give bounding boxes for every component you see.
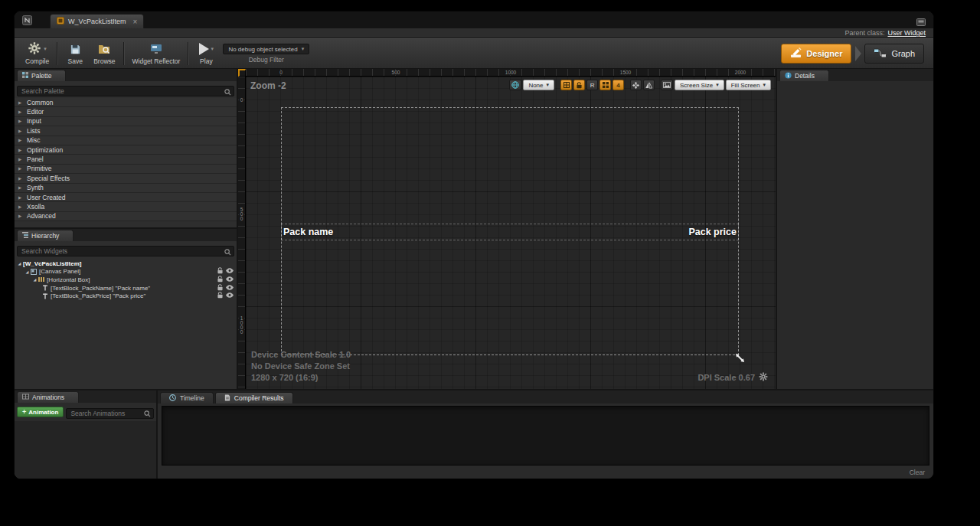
eye-icon[interactable] bbox=[226, 268, 234, 275]
debug-object-dropdown[interactable]: No debug object selected ▾ bbox=[223, 44, 309, 54]
save-button[interactable]: Save bbox=[61, 41, 89, 67]
compile-options-caret-icon[interactable]: ▾ bbox=[44, 46, 47, 52]
lock-icon[interactable] bbox=[217, 292, 223, 300]
document-tab[interactable]: W_VcPackListItem × bbox=[50, 14, 144, 28]
lock-toggle-button[interactable] bbox=[573, 80, 585, 90]
textblock-packname[interactable]: Pack name bbox=[283, 227, 333, 237]
animations-search-input[interactable] bbox=[66, 408, 154, 419]
design-canvas[interactable]: Zoom -2 None ▾ R bbox=[246, 77, 776, 389]
widget-reflector-icon bbox=[150, 42, 162, 56]
parent-class-link[interactable]: User Widget bbox=[887, 29, 926, 37]
palette-category-special-effects[interactable]: ▶Special Effects bbox=[15, 174, 237, 183]
chevron-right-icon: ▶ bbox=[18, 100, 23, 105]
expand-arrow-icon[interactable]: ◢ bbox=[31, 277, 38, 282]
palette-category-misc[interactable]: ▶Misc bbox=[15, 136, 237, 145]
tree-row-root[interactable]: ◢ [W_VcPackListItem] bbox=[15, 260, 237, 268]
tree-row-canvas-panel[interactable]: ◢ [Canvas Panel] bbox=[15, 268, 237, 276]
expand-arrow-icon[interactable]: ◢ bbox=[24, 270, 31, 274]
resize-handle-icon[interactable] bbox=[734, 352, 746, 367]
add-animation-button[interactable]: + Animation bbox=[17, 407, 64, 417]
expand-arrow-icon[interactable]: ◢ bbox=[16, 261, 23, 266]
graph-mode-button[interactable]: Graph bbox=[864, 44, 924, 64]
palette-category-common[interactable]: ▶Common bbox=[15, 98, 237, 107]
canvas-panel-icon bbox=[31, 269, 37, 275]
ruler-corner bbox=[238, 69, 246, 77]
play-button[interactable]: ▾ Play bbox=[192, 41, 220, 67]
titlebar: W_VcPackListItem × bbox=[15, 11, 933, 28]
palette-search-input[interactable] bbox=[17, 86, 234, 96]
bottom-area: Animations + Animation bbox=[15, 389, 933, 479]
ruler-horizontal: 0 500 1000 1500 2000 bbox=[246, 69, 776, 77]
eye-icon[interactable] bbox=[226, 276, 234, 283]
snap-size-button[interactable]: 4 bbox=[612, 80, 624, 90]
app-icon bbox=[22, 15, 32, 28]
eye-icon[interactable] bbox=[226, 292, 234, 299]
eye-icon[interactable] bbox=[226, 285, 234, 292]
tree-row-textblock-packprice[interactable]: [TextBlock_PackPrice] "Pack price" bbox=[15, 292, 237, 300]
main-toolbar: ▾ Compile Save Browse Widget Reflector bbox=[15, 38, 933, 69]
palette-category-list: ▶Common ▶Editor ▶Input ▶Lists ▶Misc ▶Opt… bbox=[15, 98, 237, 221]
palette-category-panel[interactable]: ▶Panel bbox=[15, 155, 237, 164]
culture-dropdown[interactable]: None ▾ bbox=[523, 80, 554, 90]
timeline-tab[interactable]: Timeline bbox=[160, 392, 214, 403]
palette-tab[interactable]: Palette bbox=[17, 70, 66, 81]
horizontal-box-widget[interactable]: Pack name Pack price bbox=[281, 224, 739, 240]
lock-icon[interactable] bbox=[217, 267, 223, 276]
palette-category-user-created[interactable]: ▶User Created bbox=[15, 193, 237, 202]
compiler-results-tab[interactable]: Compiler Results bbox=[215, 392, 293, 403]
browse-button[interactable]: Browse bbox=[89, 41, 119, 67]
palette-category-synth[interactable]: ▶Synth bbox=[15, 184, 237, 193]
widget-reflector-button[interactable]: Widget Reflector bbox=[128, 41, 185, 67]
hierarchy-search-input[interactable] bbox=[17, 246, 234, 256]
designer-label: Designer bbox=[806, 49, 842, 58]
chevron-right-icon: ▶ bbox=[18, 148, 23, 152]
tree-row-textblock-packname[interactable]: [TextBlock_PackName] "Pack name" bbox=[15, 284, 237, 292]
dpi-scale-label: DPI Scale 0.67 bbox=[697, 373, 755, 382]
palette-category-optimization[interactable]: ▶Optimization bbox=[15, 145, 237, 155]
caret-down-icon: ▾ bbox=[547, 82, 550, 88]
clear-button[interactable]: Clear bbox=[910, 469, 925, 476]
details-tab[interactable]: Details bbox=[779, 70, 829, 81]
unreal-widget-blueprint-editor: W_VcPackListItem × Parent class: User Wi… bbox=[14, 11, 934, 479]
flip-preview-button[interactable] bbox=[643, 80, 655, 90]
localization-preview-button[interactable] bbox=[509, 80, 521, 90]
dpi-settings-gear-icon[interactable] bbox=[759, 372, 768, 383]
hierarchy-panel: Hierarchy ◢ [W_VcPackListItem] bbox=[15, 227, 237, 389]
ruler-vertical: 0 500 1000 bbox=[238, 77, 246, 389]
hierarchy-tab[interactable]: Hierarchy bbox=[17, 230, 74, 241]
hierarchy-icon bbox=[22, 232, 28, 240]
chevron-right-icon: ▶ bbox=[18, 119, 23, 123]
palette-search-row bbox=[17, 83, 234, 96]
hierarchy-title: Hierarchy bbox=[31, 232, 59, 240]
details-info-icon bbox=[785, 72, 792, 80]
grid-snap-toggle-button[interactable] bbox=[560, 80, 572, 90]
compile-button[interactable]: ▾ Compile bbox=[21, 41, 54, 67]
designer-mode-button[interactable]: Designer bbox=[781, 44, 851, 64]
tab-close-icon[interactable]: × bbox=[133, 18, 138, 26]
lock-icon[interactable] bbox=[217, 276, 223, 284]
palette-category-primitive[interactable]: ▶Primitive bbox=[15, 165, 237, 174]
preview-background-button[interactable] bbox=[661, 80, 673, 90]
search-icon bbox=[224, 245, 231, 259]
animations-toolbar: + Animation bbox=[17, 405, 154, 419]
transform-mode-button[interactable] bbox=[630, 80, 642, 90]
palette-category-xsolla[interactable]: ▶Xsolla bbox=[15, 202, 237, 211]
play-options-caret-icon[interactable]: ▾ bbox=[211, 46, 214, 52]
window-menu-icon[interactable] bbox=[916, 15, 926, 29]
tree-row-horizontal-box[interactable]: ◢ [Horizontal Box] bbox=[15, 276, 237, 284]
palette-category-editor[interactable]: ▶Editor bbox=[15, 107, 237, 116]
screen-size-dropdown[interactable]: Screen Size ▾ bbox=[675, 80, 724, 90]
animations-title: Animations bbox=[32, 394, 64, 401]
animations-tab[interactable]: Animations bbox=[17, 391, 79, 403]
palette-category-input[interactable]: ▶Input bbox=[15, 117, 237, 126]
lock-icon[interactable] bbox=[217, 284, 223, 292]
debug-object-value: No debug object selected bbox=[228, 46, 297, 53]
respect-locks-button[interactable]: R bbox=[586, 80, 598, 90]
fill-screen-dropdown[interactable]: Fill Screen ▾ bbox=[726, 80, 771, 90]
palette-category-advanced[interactable]: ▶Advanced bbox=[15, 212, 237, 221]
compiler-results-log[interactable] bbox=[162, 406, 929, 466]
snap-grid-icon-button[interactable] bbox=[599, 80, 611, 90]
textblock-packprice[interactable]: Pack price bbox=[688, 227, 737, 237]
output-panel: Timeline Compiler Results Clear bbox=[158, 390, 933, 479]
palette-category-lists[interactable]: ▶Lists bbox=[15, 126, 237, 136]
